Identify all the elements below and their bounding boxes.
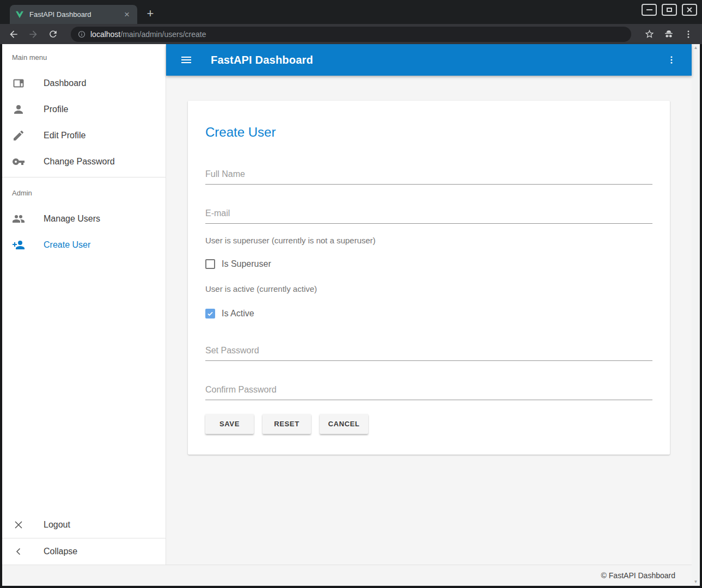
sidebar-item-label: Change Password — [44, 157, 115, 167]
tab-title: FastAPI Dashboard — [29, 10, 122, 19]
maximize-button[interactable] — [662, 4, 677, 16]
site-info-icon[interactable] — [77, 30, 86, 39]
person-add-icon — [12, 238, 25, 252]
new-tab-button[interactable]: + — [143, 6, 158, 21]
browser-tab[interactable]: FastAPI Dashboard × — [10, 5, 137, 24]
person-icon — [12, 103, 25, 116]
checkmark-icon — [206, 310, 214, 317]
kebab-menu-icon — [683, 29, 693, 39]
address-bar[interactable]: localhost/main/admin/users/create — [71, 27, 631, 42]
browser-toolbar: localhost/main/admin/users/create — [0, 24, 702, 44]
sidebar-item-profile[interactable]: Profile — [2, 96, 166, 122]
page-title: Create User — [205, 125, 652, 140]
is-superuser-checkbox-row[interactable]: Is Superuser — [205, 259, 652, 269]
minimize-icon — [646, 9, 652, 10]
save-button[interactable]: SAVE — [205, 414, 254, 434]
people-icon — [12, 212, 25, 225]
copyright-text: © FastAPI Dashboard — [601, 571, 675, 580]
sidebar-item-label: Dashboard — [44, 78, 86, 88]
scroll-down-icon[interactable]: ▼ — [694, 580, 698, 584]
reset-button[interactable]: RESET — [263, 414, 311, 434]
browser-menu-button[interactable] — [681, 27, 695, 41]
back-button[interactable] — [7, 27, 21, 41]
app-menu-button[interactable] — [664, 53, 679, 67]
sidebar: Main menu Dashboard Profile Edit Profile — [2, 44, 166, 565]
star-icon — [644, 29, 655, 39]
confirm-password-field[interactable] — [205, 384, 652, 400]
pencil-icon — [12, 129, 25, 142]
page-footer: © FastAPI Dashboard — [2, 565, 692, 586]
full-name-field[interactable] — [205, 168, 652, 185]
is-superuser-label: Is Superuser — [222, 259, 271, 269]
url-host: localhost — [90, 30, 120, 39]
create-user-card: Create User User is superuser (currently… — [188, 101, 670, 455]
is-superuser-checkbox[interactable] — [205, 259, 215, 269]
close-window-button[interactable] — [682, 4, 697, 16]
sidebar-item-label: Create User — [44, 240, 90, 250]
tab-close-icon[interactable]: × — [122, 10, 132, 19]
sidebar-item-label: Edit Profile — [44, 131, 86, 140]
email-field[interactable] — [205, 207, 652, 224]
nav-drawer-toggle-button[interactable] — [179, 53, 193, 67]
sidebar-item-edit-profile[interactable]: Edit Profile — [2, 122, 166, 149]
sidebar-spacer — [2, 258, 166, 512]
sidebar-item-collapse[interactable]: Collapse — [2, 538, 166, 565]
form-actions: SAVE RESET CANCEL — [205, 414, 652, 434]
active-help-text: User is active (currently active) — [205, 284, 652, 293]
vue-favicon-icon — [15, 10, 24, 19]
hamburger-icon — [180, 53, 193, 66]
set-password-field[interactable] — [205, 345, 652, 361]
key-icon — [12, 155, 25, 168]
sidebar-item-manage-users[interactable]: Manage Users — [2, 206, 166, 232]
sidebar-item-label: Profile — [44, 105, 68, 114]
sidebar-item-logout[interactable]: Logout — [2, 512, 166, 538]
forward-arrow-icon — [28, 29, 39, 40]
page-viewport: Main menu Dashboard Profile Edit Profile — [2, 44, 700, 586]
reload-icon — [48, 29, 58, 39]
kebab-menu-icon — [667, 55, 676, 65]
sidebar-header-main-menu: Main menu — [2, 44, 166, 70]
cancel-button[interactable]: CANCEL — [320, 414, 368, 434]
sidebar-divider — [2, 177, 166, 177]
page-scrollbar[interactable]: ▲ ▼ — [692, 44, 700, 586]
back-arrow-icon — [8, 29, 19, 40]
superuser-help-text: User is superuser (currently is not a su… — [205, 236, 652, 245]
sidebar-header-admin: Admin — [2, 180, 166, 206]
scroll-up-icon[interactable]: ▲ — [694, 46, 698, 50]
app-title: FastAPI Dashboard — [211, 54, 313, 66]
sidebar-item-create-user[interactable]: Create User — [2, 232, 166, 258]
main-area: FastAPI Dashboard Create User User is su… — [166, 44, 692, 565]
dashboard-icon — [12, 77, 25, 90]
sidebar-item-label: Manage Users — [44, 214, 100, 224]
incognito-icon — [663, 29, 674, 40]
window-controls — [642, 4, 697, 16]
chevron-left-icon — [12, 545, 25, 558]
close-icon — [686, 7, 693, 13]
sidebar-item-label: Collapse — [44, 547, 77, 556]
bookmark-button[interactable] — [642, 27, 656, 41]
incognito-indicator — [662, 27, 676, 41]
sidebar-item-label: Logout — [44, 520, 70, 530]
reload-button[interactable] — [46, 27, 60, 41]
is-active-label: Is Active — [222, 309, 254, 318]
app-toolbar: FastAPI Dashboard — [166, 44, 692, 76]
is-active-checkbox-row[interactable]: Is Active — [205, 309, 652, 318]
sidebar-item-dashboard[interactable]: Dashboard — [2, 70, 166, 96]
sidebar-item-change-password[interactable]: Change Password — [2, 149, 166, 175]
logout-x-icon — [12, 518, 25, 531]
forward-button[interactable] — [26, 27, 40, 41]
browser-titlebar: FastAPI Dashboard × + — [0, 0, 702, 24]
maximize-icon — [667, 8, 672, 12]
minimize-button[interactable] — [642, 4, 657, 16]
url-path: /main/admin/users/create — [120, 30, 206, 39]
is-active-checkbox[interactable] — [205, 309, 215, 318]
